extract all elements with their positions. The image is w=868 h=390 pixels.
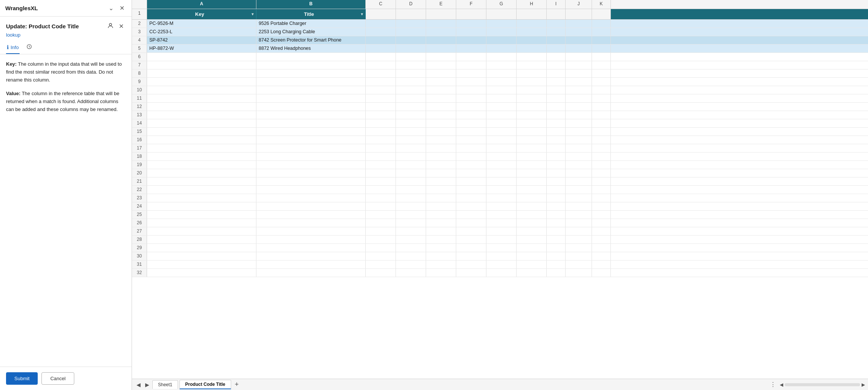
sheet-tab-product-code-title[interactable]: Product Code Title bbox=[179, 380, 231, 389]
cell-i4[interactable] bbox=[547, 36, 566, 44]
cell-empty[interactable] bbox=[486, 261, 517, 268]
cell-empty[interactable] bbox=[396, 144, 426, 152]
cell-empty[interactable] bbox=[426, 103, 456, 111]
cell-empty[interactable] bbox=[592, 144, 611, 152]
cell-i5[interactable] bbox=[547, 45, 566, 52]
cell-j2[interactable] bbox=[566, 20, 592, 28]
cell-empty[interactable] bbox=[426, 211, 456, 219]
cell-empty[interactable] bbox=[426, 252, 456, 260]
cell-empty[interactable] bbox=[592, 53, 611, 61]
cell-empty[interactable] bbox=[566, 169, 592, 177]
cell-empty[interactable] bbox=[456, 227, 486, 235]
key-dropdown-icon[interactable]: ▼ bbox=[251, 12, 255, 16]
cell-empty[interactable] bbox=[147, 86, 256, 94]
minimize-button[interactable]: ⌄ bbox=[107, 4, 115, 12]
cell-empty[interactable] bbox=[456, 119, 486, 127]
cell-empty[interactable] bbox=[426, 261, 456, 268]
cell-empty[interactable] bbox=[592, 128, 611, 136]
cell-empty[interactable] bbox=[566, 86, 592, 94]
cell-empty[interactable] bbox=[366, 53, 396, 61]
cell-empty[interactable] bbox=[486, 194, 517, 202]
cell-empty[interactable] bbox=[256, 244, 366, 252]
cell-empty[interactable] bbox=[456, 128, 486, 136]
table-row[interactable]: 3 CC-2253-L 2253 Long Charging Cable bbox=[132, 28, 868, 36]
cell-empty[interactable] bbox=[566, 111, 592, 119]
cell-empty[interactable] bbox=[486, 86, 517, 94]
cell-c2[interactable] bbox=[366, 20, 396, 28]
cell-j5[interactable] bbox=[566, 45, 592, 52]
cell-i3[interactable] bbox=[547, 28, 566, 36]
cell-empty[interactable] bbox=[456, 236, 486, 244]
cell-empty[interactable] bbox=[566, 128, 592, 136]
cell-empty[interactable] bbox=[147, 144, 256, 152]
cell-empty[interactable] bbox=[256, 103, 366, 111]
cell-empty[interactable] bbox=[592, 136, 611, 144]
cell-empty[interactable] bbox=[256, 53, 366, 61]
cell-empty[interactable] bbox=[592, 186, 611, 194]
table-row[interactable]: 7 bbox=[132, 61, 868, 69]
cell-empty[interactable] bbox=[547, 136, 566, 144]
cell-empty[interactable] bbox=[517, 153, 547, 160]
cell-empty[interactable] bbox=[396, 128, 426, 136]
cell-empty[interactable] bbox=[566, 244, 592, 252]
cell-empty[interactable] bbox=[256, 94, 366, 102]
cell-empty[interactable] bbox=[566, 211, 592, 219]
cell-empty[interactable] bbox=[566, 103, 592, 111]
cell-empty[interactable] bbox=[396, 78, 426, 86]
cell-empty[interactable] bbox=[366, 219, 396, 227]
cell-empty[interactable] bbox=[456, 61, 486, 69]
table-row[interactable]: 2 PC-9526-M 9526 Portable Charger bbox=[132, 20, 868, 28]
table-row[interactable]: 28 bbox=[132, 236, 868, 244]
cell-empty[interactable] bbox=[426, 269, 456, 277]
cell-empty[interactable] bbox=[256, 111, 366, 119]
cell-empty[interactable] bbox=[366, 144, 396, 152]
cell-empty[interactable] bbox=[566, 227, 592, 235]
prev-sheet-button[interactable]: ◀ bbox=[135, 381, 142, 388]
cell-empty[interactable] bbox=[486, 103, 517, 111]
cell-empty[interactable] bbox=[566, 69, 592, 77]
cell-empty[interactable] bbox=[486, 219, 517, 227]
cell-h3[interactable] bbox=[517, 28, 547, 36]
table-row[interactable]: 20 bbox=[132, 169, 868, 177]
table-row[interactable]: 6 bbox=[132, 53, 868, 61]
cell-empty[interactable] bbox=[366, 161, 396, 169]
cell-empty[interactable] bbox=[147, 261, 256, 268]
cell-empty[interactable] bbox=[366, 153, 396, 160]
cell-j3[interactable] bbox=[566, 28, 592, 36]
cell-empty[interactable] bbox=[147, 169, 256, 177]
close-panel-button[interactable]: ✕ bbox=[117, 22, 126, 31]
cell-empty[interactable] bbox=[256, 144, 366, 152]
cell-k2[interactable] bbox=[592, 20, 611, 28]
cell-empty[interactable] bbox=[592, 244, 611, 252]
cell-d3[interactable] bbox=[396, 28, 426, 36]
cell-empty[interactable] bbox=[547, 186, 566, 194]
cell-empty[interactable] bbox=[396, 236, 426, 244]
cell-empty[interactable] bbox=[566, 236, 592, 244]
cell-empty[interactable] bbox=[517, 144, 547, 152]
more-options-button[interactable]: ⋮ bbox=[768, 381, 778, 388]
cell-title[interactable]: 8872 Wired Headphones bbox=[256, 45, 366, 52]
cell-empty[interactable] bbox=[147, 78, 256, 86]
cell-empty[interactable] bbox=[547, 219, 566, 227]
cell-empty[interactable] bbox=[256, 252, 366, 260]
cell-empty[interactable] bbox=[456, 244, 486, 252]
cell-empty[interactable] bbox=[547, 261, 566, 268]
cell-h5[interactable] bbox=[517, 45, 547, 52]
cell-empty[interactable] bbox=[547, 227, 566, 235]
cell-empty[interactable] bbox=[396, 269, 426, 277]
cell-empty[interactable] bbox=[517, 69, 547, 77]
cell-empty[interactable] bbox=[366, 103, 396, 111]
cell-c4[interactable] bbox=[366, 36, 396, 44]
table-row[interactable]: 17 bbox=[132, 144, 868, 153]
cell-empty[interactable] bbox=[547, 169, 566, 177]
cell-empty[interactable] bbox=[592, 211, 611, 219]
cell-g4[interactable] bbox=[486, 36, 517, 44]
cell-empty[interactable] bbox=[592, 227, 611, 235]
cell-empty[interactable] bbox=[256, 169, 366, 177]
cell-empty[interactable] bbox=[396, 211, 426, 219]
cell-empty[interactable] bbox=[456, 194, 486, 202]
cell-empty[interactable] bbox=[147, 136, 256, 144]
cell-empty[interactable] bbox=[256, 161, 366, 169]
table-row[interactable]: 24 bbox=[132, 202, 868, 211]
cell-empty[interactable] bbox=[517, 186, 547, 194]
